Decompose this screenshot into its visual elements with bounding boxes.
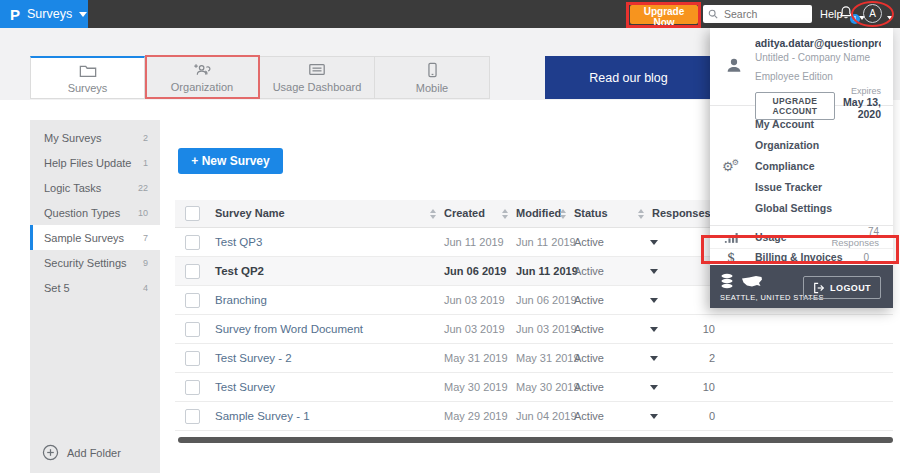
billing-invoices-row[interactable]: $ Billing & Invoices 0 <box>710 248 893 265</box>
logout-icon <box>813 282 825 294</box>
folder-label: My Surveys <box>44 132 101 144</box>
folders-sidebar: My Surveys 2 Help Files Update 1 Logic T… <box>30 120 160 473</box>
status-dropdown-caret[interactable] <box>650 240 658 249</box>
sidebar-folder-item[interactable]: Security Settings 9 <box>30 250 160 275</box>
logout-button[interactable]: LOGOUT <box>803 276 881 299</box>
sort-icon[interactable] <box>560 209 566 219</box>
sort-icon[interactable] <box>430 209 436 219</box>
survey-name-link[interactable]: Test QP2 <box>215 257 264 285</box>
status-dropdown-caret[interactable] <box>650 298 658 307</box>
expires-label: Expires <box>835 86 881 96</box>
row-checkbox[interactable] <box>185 351 200 366</box>
tab-usage-dashboard[interactable]: Usage Dashboard <box>260 56 375 99</box>
search-box[interactable] <box>703 5 812 23</box>
tab-label: Organization <box>171 81 233 93</box>
tab-surveys[interactable]: Surveys <box>30 56 145 99</box>
survey-name-link[interactable]: Sample Survey - 1 <box>215 402 310 430</box>
search-icon <box>708 9 718 19</box>
tab-label: Mobile <box>416 82 448 94</box>
survey-name-link[interactable]: Branching <box>215 286 267 314</box>
chevron-down-icon <box>79 12 87 21</box>
top-navbar: P Surveys Upgrade Now Help 1 A <box>0 0 900 28</box>
survey-name-link[interactable]: Test Survey <box>215 373 275 401</box>
add-folder-button[interactable]: Add Folder <box>42 444 121 461</box>
row-checkbox[interactable] <box>185 293 200 308</box>
column-header-status: Status <box>574 200 608 227</box>
gears-icon: ⚙⚙ <box>722 159 741 172</box>
survey-name-link[interactable]: Survey from Word Document <box>215 315 363 343</box>
status-value: Active <box>574 286 604 314</box>
survey-name-link[interactable]: Test QP3 <box>215 228 262 256</box>
usa-map-icon <box>741 275 763 289</box>
tab-organization[interactable]: Organization <box>145 56 260 99</box>
row-checkbox[interactable] <box>185 380 200 395</box>
usage-label: Usage <box>755 231 787 243</box>
sort-icon[interactable] <box>638 209 644 219</box>
column-header-responses: Responses <box>652 200 711 227</box>
plus-circle-icon <box>42 444 59 461</box>
avatar[interactable]: A <box>863 4 882 23</box>
row-checkbox[interactable] <box>185 322 200 337</box>
survey-table-row: Test Survey - 2 May 31 2019 May 31 2019 … <box>175 344 893 373</box>
sidebar-folder-item[interactable]: Logic Tasks 22 <box>30 175 160 200</box>
created-date: May 31 2019 <box>444 344 508 372</box>
add-folder-label: Add Folder <box>67 447 121 459</box>
sort-icon[interactable] <box>502 209 508 219</box>
status-value: Active <box>574 228 604 256</box>
horizontal-scrollbar[interactable] <box>178 437 893 443</box>
tab-label: Usage Dashboard <box>273 81 362 93</box>
mobile-icon <box>427 62 438 78</box>
account-dropdown-panel: aditya.datar@questionpro.c... Untitled -… <box>710 28 893 308</box>
database-icon <box>720 273 734 289</box>
row-checkbox[interactable] <box>185 264 200 279</box>
folder-icon <box>79 63 97 78</box>
usage-row[interactable]: Usage 74 Responses <box>710 226 893 248</box>
read-our-blog-banner[interactable]: Read our blog <box>545 56 712 99</box>
folder-label: Set 5 <box>44 282 70 294</box>
folder-label: Help Files Update <box>44 157 131 169</box>
app-switcher-menu[interactable]: P Surveys <box>0 0 88 28</box>
account-email: aditya.datar@questionpro.c... <box>755 37 881 49</box>
questionpro-surveys-page: P Surveys Upgrade Now Help 1 A <box>0 0 900 473</box>
sidebar-folder-item[interactable]: Help Files Update 1 <box>30 150 160 175</box>
survey-table-row: Sample Survey - 1 May 29 2019 Jun 04 201… <box>175 402 893 431</box>
created-date: May 30 2019 <box>444 373 508 401</box>
chevron-down-icon[interactable] <box>887 16 893 23</box>
logout-label: LOGOUT <box>830 283 871 293</box>
notifications-button[interactable]: 1 <box>839 5 855 23</box>
created-date: Jun 06 2019 <box>444 257 506 285</box>
app-menu-label: Surveys <box>27 7 72 21</box>
billing-label: Billing & Invoices <box>755 251 843 263</box>
folder-label: Question Types <box>44 207 120 219</box>
blog-banner-label: Read our blog <box>589 71 668 85</box>
upgrade-now-button[interactable]: Upgrade Now <box>630 5 698 24</box>
folder-label: Sample Surveys <box>44 232 124 244</box>
row-checkbox[interactable] <box>185 235 200 250</box>
dashboard-icon <box>308 62 326 77</box>
sidebar-folder-item[interactable]: Set 5 4 <box>30 275 160 300</box>
billing-value: 0 <box>863 252 869 263</box>
sidebar-folder-item[interactable]: Sample Surveys 7 <box>30 225 160 250</box>
status-dropdown-caret[interactable] <box>650 269 658 278</box>
row-checkbox[interactable] <box>185 409 200 424</box>
created-date: Jun 11 2019 <box>444 228 504 256</box>
account-edition: Employee Edition <box>755 71 881 82</box>
responses-count: 10 <box>645 315 715 343</box>
modified-date: Jun 11 2019 <box>516 257 578 285</box>
tab-mobile[interactable]: Mobile <box>375 56 490 99</box>
folder-count: 2 <box>143 133 148 143</box>
menu-item-issue-tracker[interactable]: Issue Tracker <box>710 176 893 197</box>
select-all-checkbox[interactable] <box>185 206 200 221</box>
search-input[interactable] <box>722 7 806 21</box>
survey-table-row: Test Survey May 30 2019 May 30 2019 Acti… <box>175 373 893 402</box>
created-date: Jun 03 2019 <box>444 315 505 343</box>
new-survey-button[interactable]: + New Survey <box>178 148 283 174</box>
modified-date: May 30 2019 <box>516 373 580 401</box>
sidebar-folder-item[interactable]: My Surveys 2 <box>30 125 160 150</box>
created-date: May 29 2019 <box>444 402 508 430</box>
menu-item-global-settings[interactable]: Global Settings <box>710 197 893 218</box>
menu-item-my-account[interactable]: My Account <box>710 113 893 134</box>
survey-name-link[interactable]: Test Survey - 2 <box>215 344 292 372</box>
menu-item-organization[interactable]: Organization <box>710 134 893 155</box>
sidebar-folder-item[interactable]: Question Types 10 <box>30 200 160 225</box>
